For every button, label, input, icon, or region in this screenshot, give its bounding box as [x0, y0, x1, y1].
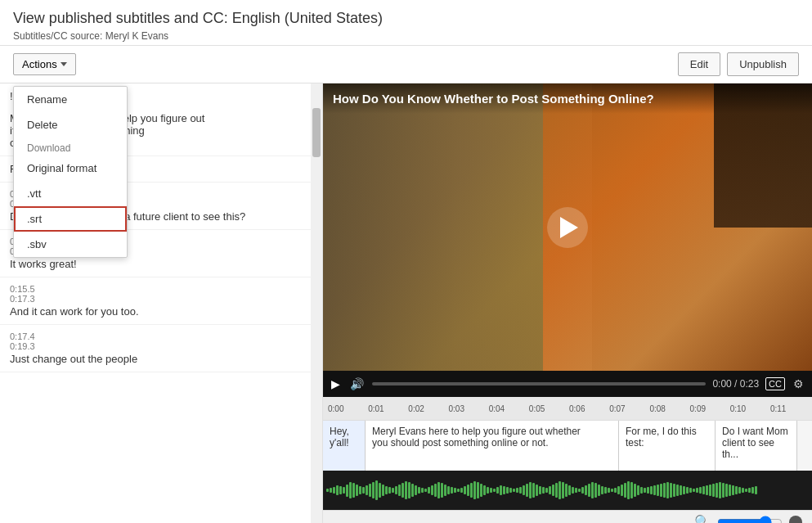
wave-bar [352, 483, 355, 498]
wave-bar [647, 487, 649, 494]
timeline-label-1: 0:01 [366, 404, 406, 413]
wave-bar [477, 482, 479, 498]
subtitle-item-6: 0:15.50:17.3 And it can work for you too… [0, 277, 322, 325]
caption-hey: Hey, y'all! [323, 421, 366, 471]
volume-button[interactable]: 🔊 [348, 376, 366, 392]
srt-item[interactable]: .srt [14, 206, 127, 232]
wave-bar [640, 487, 643, 494]
wave-bar [326, 489, 329, 492]
sbv-item[interactable]: .sbv [14, 232, 127, 257]
actions-container: Actions Rename Delete Download Original … [13, 53, 76, 75]
wave-bar [408, 482, 410, 498]
timeline-label-10: 0:10 [729, 404, 769, 413]
zoom-slider[interactable] [717, 516, 783, 524]
wave-bar [722, 483, 725, 498]
wave-bar [523, 485, 525, 495]
progress-bar[interactable] [372, 382, 706, 385]
wave-bar [395, 486, 397, 494]
wave-bar [369, 484, 371, 497]
wave-bar [565, 484, 568, 497]
cc-button[interactable]: CC [765, 377, 785, 390]
wave-bar [611, 489, 613, 492]
timeline-label-11: 0:11 [769, 404, 809, 413]
wave-bar [444, 485, 446, 496]
actions-label: Actions [22, 58, 57, 70]
timeline-label-3: 0:03 [447, 404, 487, 413]
wave-bar [349, 482, 352, 498]
wave-bar [513, 489, 515, 492]
wave-bar [748, 488, 751, 493]
unpublish-button[interactable]: Unpublish [727, 52, 799, 76]
play-triangle-icon [560, 217, 578, 238]
wave-bar [735, 486, 738, 494]
page-header: View published subtitles and CC: English… [0, 0, 812, 46]
vtt-item[interactable]: .vtt [14, 181, 127, 206]
wave-bar [614, 488, 617, 493]
download-label: Download [14, 138, 127, 156]
wave-bar [473, 481, 476, 499]
wave-bar [683, 486, 685, 494]
wave-bar [637, 485, 639, 495]
scrollbar-thumb[interactable] [312, 108, 321, 157]
waveform-inner [326, 477, 809, 503]
wave-bar [451, 487, 453, 494]
wave-bar [568, 485, 571, 495]
video-controls: ▶ 🔊 0:00 / 0:23 CC ⚙ [323, 371, 812, 397]
wave-bar [343, 487, 345, 494]
timeline-label-2: 0:02 [406, 404, 446, 413]
wave-bar [608, 488, 610, 493]
wave-bar [673, 484, 675, 497]
wave-bar [441, 483, 443, 498]
wave-bar [529, 482, 532, 498]
play-pause-button[interactable]: ▶ [330, 376, 342, 392]
wave-bar [496, 487, 499, 494]
wave-bar [336, 485, 339, 495]
wave-bar [549, 486, 551, 494]
source-label: Subtitles/CC source: Meryl K Evans [13, 30, 799, 42]
wave-bar [457, 489, 460, 492]
wave-bar [686, 487, 689, 494]
settings-button[interactable]: ⚙ [792, 376, 805, 392]
wave-bar [454, 488, 456, 493]
wave-bar [660, 484, 662, 497]
wave-bar [634, 484, 636, 497]
actions-button[interactable]: Actions [13, 53, 76, 75]
wave-bar [424, 489, 427, 492]
subtitle-scrollbar[interactable] [311, 83, 322, 523]
rename-item[interactable]: Rename [14, 87, 127, 112]
wave-bar [431, 485, 433, 495]
wave-bar [594, 483, 597, 498]
wave-bar [559, 481, 561, 499]
zoom-out-icon: 🔍 [694, 514, 711, 523]
timeline-label-9: 0:09 [689, 404, 729, 413]
play-button[interactable] [547, 207, 588, 248]
wave-bar [562, 482, 564, 498]
wave-bar [428, 487, 430, 494]
wave-bar [689, 488, 692, 493]
wave-bar [755, 486, 757, 494]
wave-bar [670, 483, 672, 498]
wave-bar [591, 482, 594, 498]
wave-bar [526, 484, 528, 497]
wave-bar [657, 485, 659, 496]
timeline-ruler: 0:00 0:01 0:02 0:03 0:04 0:05 0:06 0:07 … [323, 397, 812, 420]
top-bar: Actions Rename Delete Download Original … [0, 46, 812, 83]
wave-bar [585, 485, 587, 495]
wave-bar [362, 487, 365, 494]
wave-bar [716, 483, 718, 498]
wave-bar [447, 486, 450, 494]
captions-strip: Hey, y'all! Meryl Evans here to help you… [323, 420, 812, 471]
timeline-label-0: 0:00 [326, 404, 366, 413]
timeline-label-8: 0:08 [648, 404, 688, 413]
wave-bar [644, 488, 646, 493]
edit-button[interactable]: Edit [678, 52, 720, 76]
wave-bar [366, 485, 368, 495]
original-format-item[interactable]: Original format [14, 156, 127, 181]
actions-dropdown: Rename Delete Download Original format .… [13, 86, 128, 258]
delete-item[interactable]: Delete [14, 112, 127, 138]
wave-bar [493, 489, 496, 492]
wave-bar [437, 482, 440, 498]
wave-bar [405, 481, 407, 499]
wave-bar [630, 482, 633, 498]
wave-bar [464, 486, 466, 494]
